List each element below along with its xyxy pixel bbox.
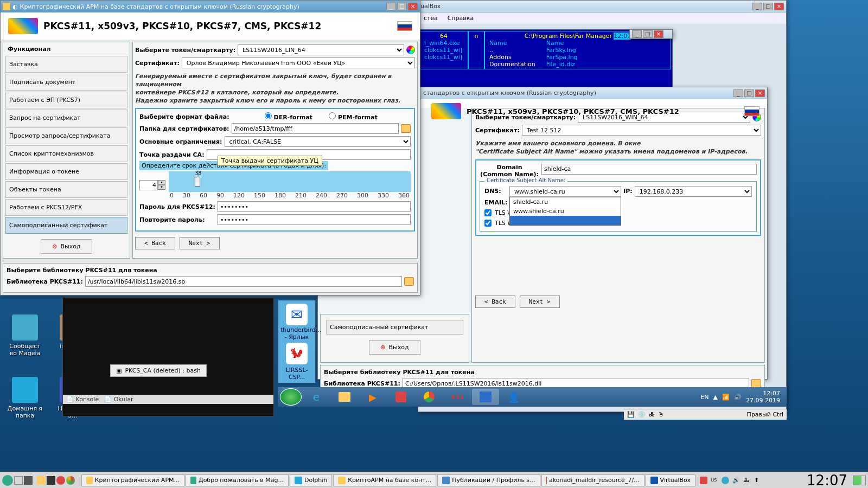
tray-sound-icon[interactable]: 🔊 xyxy=(734,394,742,401)
maximize-button[interactable]: □ xyxy=(744,89,754,97)
thunderbird-shortcut[interactable]: ✉ thunderbird... - Ярлык 🐿 LIRSSL-CSP... xyxy=(278,300,316,383)
win-tray[interactable]: EN ▲ 📶 🔊 12:07 27.09.2019 xyxy=(696,390,784,404)
token-select[interactable]: LS11SW2016_LIN_64 xyxy=(238,44,404,55)
start-button[interactable] xyxy=(280,388,302,406)
win7-taskbar[interactable]: e ▶ #11 👤 EN ▲ 📶 🔊 12:07 27.09.2019 xyxy=(278,387,787,407)
maximize-button[interactable]: □ xyxy=(397,3,407,10)
radio-pem[interactable]: PEM-format xyxy=(329,112,378,121)
vbox-status-icon[interactable]: 💿 xyxy=(638,411,646,418)
constraints-select[interactable]: critical, CA:FALSE xyxy=(225,136,411,147)
folder-icon[interactable] xyxy=(401,124,411,133)
terminal-tab[interactable]: ▣ PKCS_CA (deleted) : bash xyxy=(110,364,207,377)
back-button[interactable]: < Back xyxy=(475,296,515,308)
sidebar-item[interactable]: Объекты токена xyxy=(5,181,127,198)
folder-icon[interactable] xyxy=(404,277,414,286)
desktop-icon[interactable]: Домашня я папка xyxy=(5,377,44,419)
sidebar-item[interactable]: Запрос на сертификат xyxy=(5,110,127,126)
taskbar-wmp[interactable]: ▶ xyxy=(359,389,386,405)
taskbar-task[interactable]: Криптографический АРМ... xyxy=(81,474,184,486)
back-button[interactable]: < Back xyxy=(135,237,175,249)
taskbar-explorer[interactable] xyxy=(331,389,358,405)
minimize-button[interactable]: _ xyxy=(386,3,396,10)
lang-indicator[interactable]: EN xyxy=(700,394,709,401)
sidebar-item-active[interactable]: Самоподписанный сертификат xyxy=(5,217,127,234)
taskbar-task[interactable]: Dolphin xyxy=(290,474,332,486)
taskbar-ie[interactable]: e xyxy=(303,389,330,405)
domain-input[interactable] xyxy=(541,164,757,175)
vbox-titlebar[interactable]: ualBox _□× xyxy=(418,1,786,12)
color-picker-icon[interactable] xyxy=(406,46,415,54)
tray-icon[interactable] xyxy=(722,477,729,484)
show-desktop[interactable] xyxy=(14,476,23,485)
dns-option[interactable]: www.shield-ca.ru xyxy=(510,207,621,216)
clock[interactable]: 12:07 xyxy=(802,472,852,489)
taskbar-app[interactable] xyxy=(387,389,414,405)
lib-input[interactable] xyxy=(85,276,402,287)
taskbar-task[interactable]: Публикации / Профиль s... xyxy=(437,474,540,486)
spin-up[interactable]: ▴ xyxy=(158,180,165,185)
sidebar-item[interactable]: Подписать документ xyxy=(5,74,127,91)
years-spinner[interactable]: ▴▾ xyxy=(139,180,165,190)
sidebar-item[interactable]: Просмотр запроса/сертификата xyxy=(5,127,127,144)
years-input[interactable] xyxy=(139,180,158,190)
quicklaunch[interactable] xyxy=(47,476,55,485)
tls-server-checkbox[interactable] xyxy=(484,209,492,216)
dns-dropdown[interactable]: shield-ca.ru www.shield-ca.ru xyxy=(509,197,621,226)
taskbar-task[interactable]: VirtualBox xyxy=(646,474,695,486)
slider-thumb[interactable] xyxy=(195,177,200,187)
tray-sound-icon[interactable]: 🔊 xyxy=(732,477,740,484)
sidebar-item[interactable]: Работаем с ЭП (PKCS7) xyxy=(5,92,127,108)
exit-button[interactable]: Выход xyxy=(41,239,92,254)
quicklaunch[interactable] xyxy=(66,476,75,485)
cert-select[interactable]: Орлов Владимир Николаевич from ООО «Екей… xyxy=(182,57,415,68)
tray-updates-icon[interactable]: ⬆ xyxy=(754,477,762,484)
vbox-status-icon[interactable]: 🖱 xyxy=(658,411,664,418)
exit-button[interactable]: Выход xyxy=(369,340,420,355)
ip-select[interactable]: 192.168.0.233 xyxy=(635,186,752,197)
taskbar-task[interactable]: Добро пожаловать в Mag... xyxy=(186,474,289,486)
menu-item[interactable]: Справка xyxy=(448,15,474,22)
maximize-button[interactable]: □ xyxy=(763,3,773,10)
okular-tab[interactable]: 📄 Okular xyxy=(104,396,133,403)
taskbar-task[interactable]: КриптоАРМ на базе конт... xyxy=(333,474,436,486)
taskbar-app2[interactable]: 👤 xyxy=(500,389,527,405)
linux-taskbar[interactable]: Криптографический АРМ... Добро пожаловат… xyxy=(0,472,868,488)
taskbar-task[interactable]: akonadi_maildir_resource_7/... xyxy=(541,474,644,486)
menu-item[interactable]: ства xyxy=(424,15,438,22)
next-button[interactable]: Next > xyxy=(180,237,220,249)
pass1-input[interactable] xyxy=(218,201,411,212)
tray-network-icon[interactable]: 🖧 xyxy=(743,477,751,484)
vbox-status-icon[interactable]: 💾 xyxy=(627,411,635,418)
tls-client-checkbox[interactable] xyxy=(484,220,492,227)
folder-input[interactable] xyxy=(232,123,399,134)
dns-option-selected[interactable] xyxy=(510,216,621,225)
tray-flag-icon[interactable]: ▲ xyxy=(713,394,718,401)
tray-network-icon[interactable]: 📶 xyxy=(722,394,730,401)
start-menu[interactable] xyxy=(2,475,13,486)
next-button[interactable]: Next > xyxy=(520,296,560,308)
desktop-icon[interactable]: Сообщест во Mageia xyxy=(5,314,44,357)
pager[interactable] xyxy=(24,476,33,485)
dns-select[interactable]: www.shield-ca.ru xyxy=(509,186,621,197)
battery-icon[interactable] xyxy=(853,476,866,485)
minimize-button[interactable]: _ xyxy=(752,3,762,10)
titlebar[interactable]: ◐ Криптографический АРМ на базе стандарт… xyxy=(1,1,420,12)
tray-icon[interactable] xyxy=(700,477,707,484)
pass2-input[interactable] xyxy=(218,214,411,225)
system-tray[interactable]: us 🔊 🖧 ⬆ xyxy=(697,477,765,484)
close-button[interactable]: × xyxy=(408,3,418,10)
taskbar-active[interactable] xyxy=(472,389,499,405)
radio-der[interactable]: DER-format xyxy=(265,112,312,121)
minimize-button[interactable]: _ xyxy=(733,89,743,97)
taskbar-chrome[interactable] xyxy=(416,389,443,405)
konsole-tab[interactable]: 📄 Konsole xyxy=(66,396,99,403)
quicklaunch[interactable] xyxy=(56,476,65,485)
days-slider[interactable]: 38 xyxy=(169,171,411,192)
quicklaunch[interactable] xyxy=(37,476,46,485)
sidebar-item[interactable]: Работаем с PKCS12/PFX xyxy=(5,199,127,216)
spin-down[interactable]: ▾ xyxy=(158,185,165,190)
sidebar-item[interactable]: Список криптомеханизмов xyxy=(5,145,127,162)
close-button[interactable]: × xyxy=(755,89,765,97)
close-button[interactable]: × xyxy=(774,3,784,10)
dns-option[interactable]: shield-ca.ru xyxy=(510,197,621,207)
